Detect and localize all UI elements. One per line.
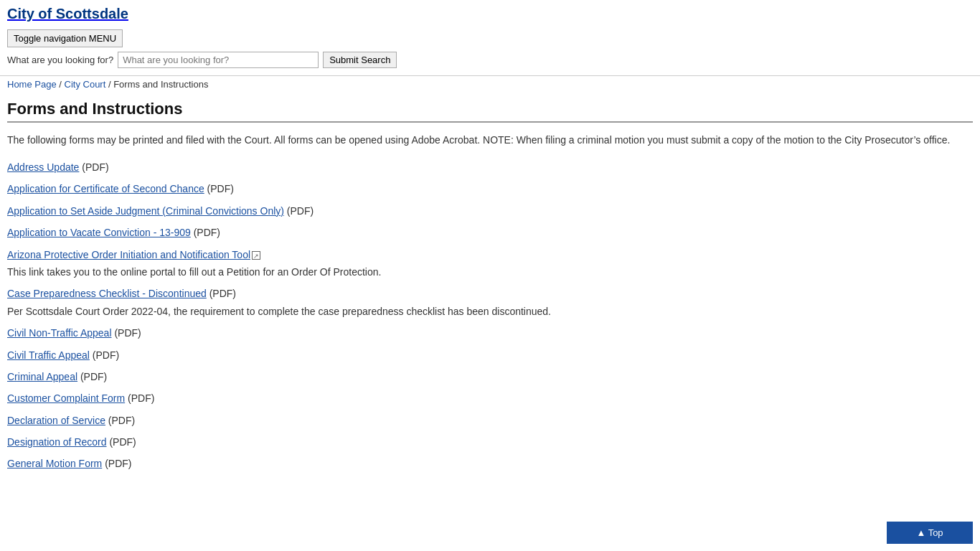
page-title: Forms and Instructions — [7, 100, 973, 123]
form-link-8[interactable]: Criminal Appeal — [7, 371, 77, 382]
form-suffix: (PDF) — [77, 371, 107, 382]
breadcrumb-court-link[interactable]: City Court — [65, 79, 106, 90]
list-item: Application to Set Aside Judgment (Crimi… — [7, 203, 973, 219]
form-note: This link takes you to the online portal… — [7, 264, 973, 280]
list-item: Civil Traffic Appeal (PDF) — [7, 347, 973, 363]
breadcrumb-home-link[interactable]: Home Page — [7, 79, 57, 90]
form-link-7[interactable]: Civil Traffic Appeal — [7, 349, 90, 361]
form-suffix: (PDF) — [207, 288, 236, 299]
breadcrumb: Home Page / City Court / Forms and Instr… — [0, 76, 980, 93]
form-link-3[interactable]: Application to Vacate Conviction - 13-90… — [7, 227, 191, 238]
form-link-5[interactable]: Case Preparedness Checklist - Discontinu… — [7, 288, 207, 299]
list-item: Civil Non-Traffic Appeal (PDF) — [7, 325, 973, 341]
form-suffix: (PDF) — [105, 415, 135, 426]
form-link-2[interactable]: Application to Set Aside Judgment (Crimi… — [7, 205, 284, 217]
list-item: Case Preparedness Checklist - Discontinu… — [7, 286, 973, 319]
form-link-9[interactable]: Customer Complaint Form — [7, 392, 125, 404]
form-link-6[interactable]: Civil Non-Traffic Appeal — [7, 327, 112, 339]
logo-link[interactable]: City of Scottsdale — [7, 6, 128, 27]
search-label: What are you looking for? — [7, 55, 113, 65]
list-item: General Motion Form (PDF) — [7, 456, 973, 471]
logo-text: City of Scottsdale — [7, 6, 128, 22]
scroll-to-top-button[interactable]: ▲ Top — [887, 522, 973, 544]
list-item: Arizona Protective Order Initiation and … — [7, 247, 973, 281]
form-link-11[interactable]: Designation of Record — [7, 436, 107, 448]
form-link-4[interactable]: Arizona Protective Order Initiation and … — [7, 249, 250, 260]
form-link-10[interactable]: Declaration of Service — [7, 415, 105, 426]
form-suffix: (PDF) — [90, 349, 119, 361]
form-suffix: (PDF) — [112, 327, 141, 339]
form-suffix: (PDF) — [284, 205, 314, 217]
form-link-1[interactable]: Application for Certificate of Second Ch… — [7, 183, 204, 194]
form-suffix: (PDF) — [107, 436, 136, 448]
list-item: Customer Complaint Form (PDF) — [7, 390, 973, 406]
form-link-12[interactable]: General Motion Form — [7, 458, 102, 469]
form-note: Per Scottsdale Court Order 2022-04, the … — [7, 303, 973, 319]
toggle-nav-button[interactable]: Toggle navigation MENU — [7, 29, 123, 47]
list-item: Application for Certificate of Second Ch… — [7, 181, 973, 197]
list-item: Designation of Record (PDF) — [7, 434, 973, 450]
external-link-icon: ↗ — [252, 251, 260, 260]
form-link-0[interactable]: Address Update — [7, 161, 79, 173]
intro-text: The following forms may be printed and f… — [7, 133, 973, 148]
submit-search-button[interactable]: Submit Search — [323, 52, 397, 68]
list-item: Application to Vacate Conviction - 13-90… — [7, 225, 973, 240]
breadcrumb-sep1: / — [59, 79, 64, 90]
list-item: Address Update (PDF) — [7, 159, 973, 175]
forms-list: Address Update (PDF)Application for Cert… — [7, 159, 973, 472]
form-suffix: (PDF) — [102, 458, 131, 469]
breadcrumb-current: Forms and Instructions — [113, 79, 208, 90]
form-suffix: (PDF) — [125, 392, 154, 404]
search-input[interactable] — [118, 52, 319, 68]
form-suffix: (PDF) — [191, 227, 220, 238]
form-suffix: (PDF) — [204, 183, 234, 194]
list-item: Declaration of Service (PDF) — [7, 413, 973, 428]
list-item: Criminal Appeal (PDF) — [7, 369, 973, 385]
form-suffix: (PDF) — [79, 161, 108, 173]
